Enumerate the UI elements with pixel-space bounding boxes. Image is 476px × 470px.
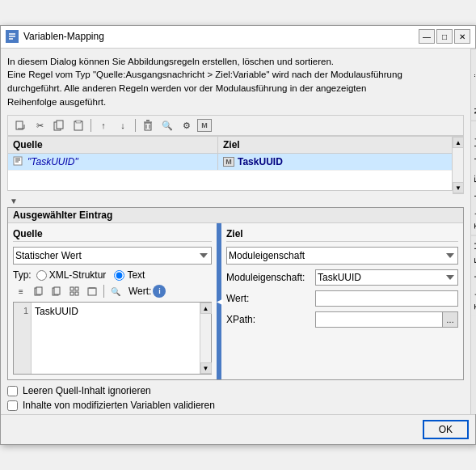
type-row: Typ: XML-Struktur Text <box>13 269 212 281</box>
wert-input[interactable] <box>315 290 458 307</box>
maximize-button[interactable]: □ <box>436 29 453 44</box>
col-header-source: Quelle <box>8 137 218 153</box>
source-row-icon <box>13 156 24 167</box>
src-tb-format[interactable]: ≡ <box>13 284 29 299</box>
target-panel-title: Ziel <box>226 228 458 242</box>
move-up-button[interactable]: ↑ <box>95 117 112 133</box>
wert-field-label: Wert: <box>226 293 315 304</box>
delete-button[interactable] <box>139 117 157 133</box>
description-text: In diesem Dialog können Sie Abbildungsre… <box>7 55 464 109</box>
moduleigenschaft-row: Moduleigenschaft: TaskUUID <box>226 269 458 286</box>
radio-xml-label: XML-Struktur <box>49 269 107 281</box>
new-button[interactable] <box>11 117 29 133</box>
type-label: Typ: <box>13 269 32 281</box>
moduleigenschaft-select-wrapper: TaskUUID <box>315 269 458 286</box>
selected-entry-section: Ausgewählter Eintrag Quelle Statischer W… <box>7 207 464 380</box>
table-scrollbar[interactable]: ▲ ▼ <box>453 136 464 194</box>
toolbar-separator-1 <box>91 119 91 132</box>
xpath-browse-button[interactable]: … <box>442 311 458 328</box>
radio-xml[interactable]: XML-Struktur <box>36 269 107 281</box>
ok-button[interactable]: OK <box>423 420 469 439</box>
main-toolbar: ✂ ↑ ↓ 🔍 ⚙ M <box>7 115 464 136</box>
copy-button[interactable] <box>50 117 68 133</box>
dialog-icon <box>6 30 19 43</box>
src-tb-grid[interactable] <box>66 284 82 299</box>
side-tab-testmodus-eingabe[interactable]: Testmodus-Eingabedaten <box>471 121 476 235</box>
xpath-input-group: … <box>315 311 458 328</box>
value-scroll-down[interactable]: ▼ <box>200 362 212 374</box>
wert-row: Wert: <box>226 290 458 307</box>
side-tab-namensraeume[interactable]: Namensräume <box>471 49 476 121</box>
radio-text[interactable]: Text <box>114 269 145 281</box>
info-button[interactable]: i <box>153 285 166 298</box>
move-down-button[interactable]: ↓ <box>114 117 132 133</box>
scroll-down-arrow[interactable]: ▼ <box>453 182 464 193</box>
xpath-row: XPath: … <box>226 311 458 328</box>
svg-rect-30 <box>88 288 96 295</box>
target-row-value: TaskUUID <box>238 156 283 167</box>
value-textarea[interactable]: TaskUUID <box>32 303 200 374</box>
moduleigenschaft-label: Moduleigenschaft: <box>226 272 315 283</box>
ignore-empty-label: Leeren Quell-Inhalt ignorieren <box>23 385 151 396</box>
source-panel-title: Quelle <box>13 228 212 242</box>
scroll-up-arrow[interactable]: ▲ <box>453 137 464 148</box>
table-header: Quelle Ziel <box>8 137 452 154</box>
scroll-track <box>453 148 463 182</box>
svg-rect-27 <box>70 292 74 295</box>
toolbar-separator-2 <box>135 119 136 132</box>
src-separator <box>103 285 104 298</box>
validate-modified-label: Inhalte von modifizierten Variablen vali… <box>23 400 215 411</box>
title-controls: — □ ✕ <box>419 29 470 44</box>
settings-button[interactable]: ⚙ <box>178 117 196 133</box>
source-panel: Quelle Statischer Wert Typ: XML-Struktur <box>8 223 218 379</box>
src-tb-paste[interactable] <box>84 284 100 299</box>
search-button[interactable]: 🔍 <box>158 117 176 133</box>
paste-button[interactable] <box>70 117 87 133</box>
source-type-dropdown[interactable]: Statischer Wert <box>13 247 212 265</box>
src-tb-copy1[interactable] <box>31 284 47 299</box>
xpath-input[interactable] <box>315 311 442 328</box>
bottom-bar: OK <box>1 414 475 444</box>
module-button[interactable]: M <box>197 119 212 132</box>
validate-modified-row: Inhalte von modifizierten Variablen vali… <box>7 400 464 411</box>
wert-label: Wert: <box>128 286 151 297</box>
svg-rect-12 <box>145 123 151 130</box>
col-header-target: Ziel <box>218 137 452 153</box>
side-tabs: Namensräume Testmodus-Eingabedaten Testm… <box>470 49 476 415</box>
target-type-dropdown[interactable]: Moduleigenschaft <box>226 247 458 265</box>
target-panel: Ziel Moduleigenschaft Moduleigenschaft: … <box>221 223 463 379</box>
src-tb-search[interactable]: 🔍 <box>107 284 124 299</box>
dialog-title: Variablen-Mapping <box>23 31 104 42</box>
source-toolbar: ≡ <box>13 284 212 299</box>
svg-rect-26 <box>75 287 78 290</box>
ignore-empty-checkbox[interactable] <box>7 386 18 396</box>
table-cell-source: "TaskUUID" <box>8 154 218 170</box>
source-row-value: "TaskUUID" <box>27 156 78 167</box>
mapping-table: Quelle Ziel "TaskUUID" <box>7 136 453 191</box>
target-row-icon: M <box>223 157 234 167</box>
src-tb-copy2[interactable] <box>48 284 65 299</box>
value-scroll-up[interactable]: ▲ <box>200 303 212 314</box>
line-numbers: 1 <box>14 303 32 374</box>
svg-rect-11 <box>76 121 81 123</box>
value-area: 1 TaskUUID ▲ ▼ <box>13 302 212 375</box>
mapping-table-container: Quelle Ziel "TaskUUID" <box>7 136 464 194</box>
radio-text-label: Text <box>127 269 145 281</box>
minimize-button[interactable]: — <box>419 29 435 44</box>
cut-button[interactable]: ✂ <box>31 117 48 133</box>
table-cell-target: M TaskUUID <box>218 154 452 170</box>
svg-rect-22 <box>36 287 42 294</box>
close-button[interactable]: ✕ <box>454 29 470 44</box>
side-tab-testmodus-end[interactable]: Testmodus-Endd <box>471 235 476 316</box>
svg-rect-24 <box>54 287 60 294</box>
svg-rect-8 <box>57 121 63 129</box>
selected-entry-title: Ausgewählter Eintrag <box>8 208 463 223</box>
collapse-arrow[interactable]: ▼ <box>7 196 20 205</box>
xpath-label: XPath: <box>226 314 315 325</box>
table-row[interactable]: "TaskUUID" M TaskUUID <box>8 154 452 171</box>
moduleigenschaft-select[interactable]: TaskUUID <box>315 269 458 286</box>
svg-rect-25 <box>70 287 74 290</box>
type-radio-group: XML-Struktur Text <box>36 269 145 281</box>
validate-modified-checkbox[interactable] <box>7 400 18 411</box>
title-bar: Variablen-Mapping — □ ✕ <box>1 26 475 49</box>
